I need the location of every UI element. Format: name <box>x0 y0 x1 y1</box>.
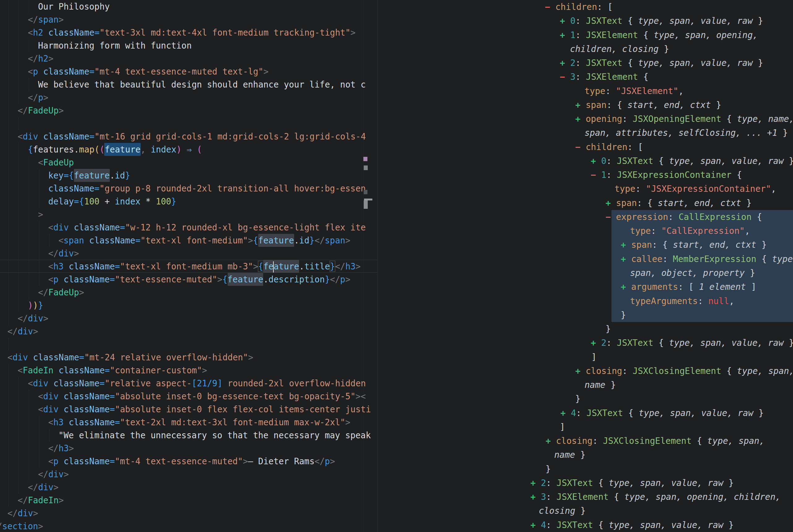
code-line[interactable]: key={feature.id} <box>0 169 377 182</box>
code-line[interactable]: <span className="text-xl font-medium">{f… <box>0 234 377 247</box>
code-line[interactable]: <div className="relative aspect-[21/9] r… <box>0 377 377 390</box>
ast-line[interactable]: + 2: JSXText { type, span, value, raw } <box>378 336 793 350</box>
code-line[interactable]: </p> <box>0 91 377 104</box>
collapse-node-icon[interactable]: − <box>605 212 611 222</box>
code-line[interactable]: <div className="absolute inset-0 bg-esse… <box>0 390 377 403</box>
ast-line[interactable]: + span: { start, end, ctxt } <box>378 98 793 112</box>
ast-line[interactable]: } <box>378 462 793 476</box>
expand-node-icon[interactable]: + <box>560 58 565 68</box>
expand-node-icon[interactable]: + <box>621 282 626 292</box>
ast-line[interactable]: + callee: MemberExpression { type, <box>378 252 793 266</box>
code-line[interactable]: </section> <box>0 520 377 532</box>
code-line[interactable]: <h3 className="text-xl font-medium mb-3"… <box>0 260 377 273</box>
expand-node-icon[interactable]: + <box>530 520 536 530</box>
ast-line[interactable]: name } <box>378 448 793 462</box>
code-line[interactable]: </div> <box>0 481 377 494</box>
ast-line[interactable]: } <box>378 322 793 336</box>
expand-node-icon[interactable]: + <box>560 30 565 40</box>
ast-line[interactable]: span, object, property } <box>378 266 793 280</box>
ast-line[interactable]: − expression: CallExpression { <box>378 210 793 224</box>
ast-line[interactable]: − children: [ <box>378 140 793 154</box>
code-line[interactable]: </div> <box>0 312 377 325</box>
code-line[interactable]: </div> <box>0 507 377 520</box>
collapse-node-icon[interactable]: − <box>591 170 596 180</box>
ast-line[interactable]: children, closing } <box>378 42 793 56</box>
ast-line[interactable]: name } <box>378 378 793 392</box>
ast-line[interactable]: + 2: JSXText { type, span, value, raw } <box>378 56 793 70</box>
ast-line[interactable]: − 3: JSXElement { <box>378 70 793 84</box>
expand-node-icon[interactable]: + <box>621 240 626 250</box>
code-line[interactable]: </span> <box>0 13 377 26</box>
ast-line[interactable]: − 1: JSXExpressionContainer { <box>378 168 793 182</box>
code-line[interactable]: </div> <box>0 325 377 338</box>
ast-line[interactable]: type: "CallExpression", <box>378 224 793 238</box>
ast-line[interactable]: + closing: JSXClosingElement { type, spa… <box>378 434 793 448</box>
code-line[interactable]: <div className="absolute inset-0 flex fl… <box>0 403 377 416</box>
ast-line[interactable]: type: "JSXElement", <box>378 84 793 98</box>
code-line[interactable]: {features.map((feature, index) ⇒ ( <box>0 143 377 156</box>
code-line[interactable]: Our Philosophy <box>0 0 377 13</box>
ast-line[interactable]: − children: [ <box>378 0 793 14</box>
ast-line[interactable]: + span: { start, end, ctxt } <box>378 196 793 210</box>
ast-line[interactable]: + 4: JSXText { type, span, value, raw } <box>378 518 793 532</box>
expand-node-icon[interactable]: + <box>591 156 596 166</box>
expand-node-icon[interactable]: + <box>621 254 626 264</box>
ast-line[interactable]: } <box>378 392 793 406</box>
collapse-node-icon[interactable]: − <box>545 2 550 12</box>
expand-node-icon[interactable]: + <box>575 100 581 110</box>
expand-node-icon[interactable]: + <box>530 492 536 502</box>
code-editor-pane[interactable]: Our Philosophy</span><h2 className="text… <box>0 0 377 532</box>
ast-line[interactable]: + opening: JSXOpeningElement { type, nam… <box>378 112 793 126</box>
code-line[interactable]: ))} <box>0 299 377 312</box>
code-line[interactable]: <h2 className="text-3xl md:text-4xl font… <box>0 26 377 39</box>
code-line[interactable] <box>0 338 377 351</box>
ast-tree-pane[interactable]: − children: [+ 0: JSXText { type, span, … <box>378 0 793 532</box>
ast-line[interactable]: + closing: JSXClosingElement { type, spa… <box>378 364 793 378</box>
expand-node-icon[interactable]: + <box>575 366 581 376</box>
ast-line[interactable]: + span: { start, end, ctxt } <box>378 238 793 252</box>
code-line[interactable]: We believe that beautiful design should … <box>0 78 377 91</box>
code-line[interactable]: </h2> <box>0 52 377 65</box>
ast-line[interactable]: + 4: JSXText { type, span, value, raw } <box>378 406 793 420</box>
code-line[interactable]: </FadeIn> <box>0 494 377 507</box>
ast-line[interactable]: + 3: JSXElement { type, span, opening, c… <box>378 490 793 504</box>
expand-node-icon[interactable]: + <box>575 114 581 124</box>
ast-line[interactable]: } <box>378 308 793 322</box>
code-line[interactable]: "We eliminate the unnecessary so that th… <box>0 429 377 442</box>
ast-line[interactable]: + 2: JSXText { type, span, value, raw } <box>378 476 793 490</box>
code-line[interactable]: </FadeUp> <box>0 104 377 117</box>
code-line[interactable]: <h3 className="text-2xl md:text-3xl font… <box>0 416 377 429</box>
expand-node-icon[interactable]: + <box>560 408 566 418</box>
ast-line[interactable]: type: "JSXExpressionContainer", <box>378 182 793 196</box>
collapse-node-icon[interactable]: − <box>575 142 581 152</box>
ast-line[interactable]: ] <box>378 420 793 434</box>
ast-line[interactable]: ] <box>378 350 793 364</box>
expand-node-icon[interactable]: + <box>530 478 536 488</box>
collapse-node-icon[interactable]: − <box>560 72 565 82</box>
ast-line[interactable]: + 0: JSXText { type, span, value, raw } <box>378 154 793 168</box>
code-line[interactable]: Harmonizing form with function <box>0 39 377 52</box>
ast-line[interactable]: + arguments: [ 1 element ] <box>378 280 793 294</box>
code-line[interactable]: </div> <box>0 247 377 260</box>
expand-node-icon[interactable]: + <box>546 436 551 446</box>
code-line[interactable] <box>0 117 377 130</box>
ast-line[interactable]: typeArguments: null, <box>378 294 793 308</box>
ast-line[interactable]: + 0: JSXText { type, span, value, raw } <box>378 14 793 28</box>
code-line[interactable]: <p className="mt-4 text-essence-muted te… <box>0 65 377 78</box>
code-line[interactable]: delay={100 + index * 100} <box>0 195 377 208</box>
ast-line[interactable]: span, attributes, selfClosing, ... +1 } <box>378 126 793 140</box>
code-line[interactable]: <p className="text-essence-muted">{featu… <box>0 273 377 286</box>
ast-line[interactable]: + 1: JSXElement { type, span, opening, <box>378 28 793 42</box>
code-line[interactable]: <div className="w-12 h-12 rounded-xl bg-… <box>0 221 377 234</box>
code-line[interactable]: className="group p-8 rounded-2xl transit… <box>0 182 377 195</box>
expand-node-icon[interactable]: + <box>605 198 611 208</box>
expand-node-icon[interactable]: + <box>591 338 596 348</box>
code-line[interactable]: <div className="mt-24 relative overflow-… <box>0 351 377 364</box>
code-line[interactable]: </h3> <box>0 442 377 455</box>
code-line[interactable]: <div className="mt-16 grid grid-cols-1 m… <box>0 130 377 143</box>
code-line[interactable]: > <box>0 208 377 221</box>
code-line[interactable]: </div> <box>0 468 377 481</box>
code-line[interactable]: <FadeIn className="container-custom"> <box>0 364 377 377</box>
ast-line[interactable]: closing } <box>378 504 793 518</box>
code-line[interactable]: <p className="mt-4 text-essence-muted">—… <box>0 455 377 468</box>
